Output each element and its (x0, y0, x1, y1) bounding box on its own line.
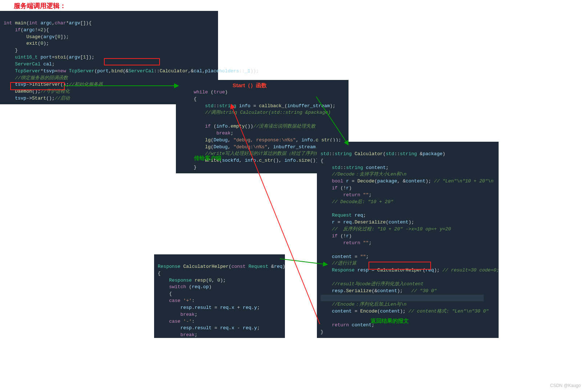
watermark: CSDN @Kaugo (550, 383, 581, 388)
code-block-calculator-helper: Response CalculatorHelper(const Request … (154, 254, 285, 338)
highlight-start (10, 82, 65, 90)
page-heading: 服务端调用逻辑： (14, 1, 66, 10)
highlight-calculator-helper-call (368, 262, 431, 270)
highlight-servercal-calculator (104, 58, 160, 65)
annotation-send-client: 传给客户端 (194, 155, 221, 162)
annotation-return-msg: 返回结果的报文 (371, 318, 409, 325)
annotation-start-fn: Start（）函数 (233, 82, 267, 89)
code-block-calculator: std::string Calculator(std::string &pack… (317, 142, 499, 338)
